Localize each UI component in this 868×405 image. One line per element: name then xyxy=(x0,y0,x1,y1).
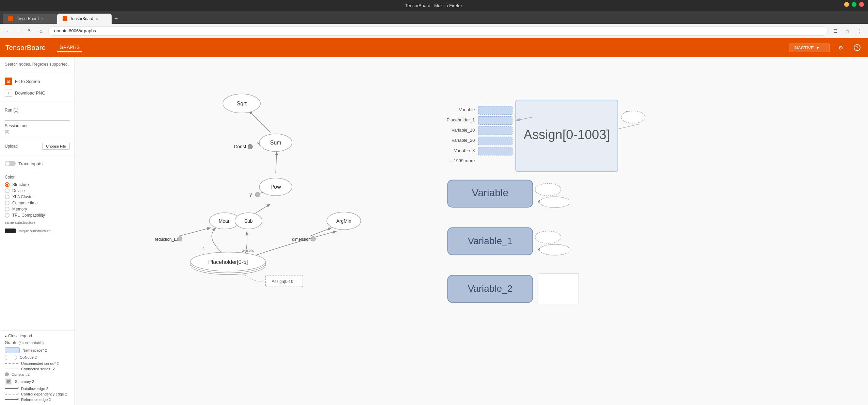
legend-connected-label: Connected series* 2 xyxy=(21,367,55,371)
edge-placeholder-mean xyxy=(212,227,225,255)
tab-1[interactable]: TensorBoard × xyxy=(3,14,57,24)
legend-unconnected: Unconnected series* 2 xyxy=(5,361,70,366)
radio-memory xyxy=(5,207,10,212)
node-mean-label: Mean xyxy=(219,218,231,224)
rn-variable-rect xyxy=(478,106,512,114)
legend-reference-shape xyxy=(5,399,18,400)
color-xla[interactable]: XLA Cluster xyxy=(5,194,70,200)
menu-btn[interactable]: ⋮ xyxy=(855,26,865,36)
node-y-dot[interactable] xyxy=(255,192,260,197)
rn-more-label: ....1999 more xyxy=(449,158,475,163)
settings-icon: ⚙ xyxy=(838,45,843,51)
node-placeholder-label: Placeholder[0-5] xyxy=(208,259,248,265)
run-dropdown[interactable] xyxy=(5,114,70,121)
unique-colors-row: unique substructure xyxy=(5,226,70,235)
forward-btn[interactable]: → xyxy=(14,26,24,36)
close-btn[interactable] xyxy=(859,2,864,7)
settings-btn[interactable]: ⚙ xyxy=(835,42,846,53)
edge-reduction-mean xyxy=(179,227,211,236)
help-btn[interactable]: ? xyxy=(852,42,863,53)
back-btn[interactable]: ← xyxy=(3,26,13,36)
legend-namespace-shape xyxy=(5,347,20,353)
session-runs-label: Session runs xyxy=(5,123,70,128)
chevron-down-icon: ▾ xyxy=(817,45,819,50)
legend-namespace: Namespace* 2 xyxy=(5,347,70,354)
same-substructure-label: same substructure xyxy=(5,220,35,224)
address-text: ubuntu:6006/#graphs xyxy=(54,28,96,33)
star-btn[interactable]: ☆ xyxy=(843,26,852,36)
close-legend-btn[interactable]: ▸ Close legend. xyxy=(5,334,70,338)
rn-variable10-label: Variable_10 xyxy=(452,128,475,133)
radio-compute-label: Compute time xyxy=(12,201,38,205)
node-const-dot[interactable] xyxy=(248,144,252,149)
rn-assign-cluster-label: Assign[0-1003] xyxy=(524,128,610,142)
browser-tabs: TensorBoard × TensorBoard × + xyxy=(0,11,868,24)
legend-dataflow: Dataflow edge 2 xyxy=(5,386,70,391)
download-icon-box: ↓ xyxy=(5,89,12,97)
color-device[interactable]: Device xyxy=(5,188,70,194)
new-tab-button[interactable]: + xyxy=(112,14,121,24)
tab-1-favicon xyxy=(8,16,13,21)
legend-reference-label: Reference edge 2 xyxy=(21,398,51,402)
radio-xla xyxy=(5,195,10,199)
tab-2[interactable]: TensorBoard × xyxy=(57,14,112,24)
close-legend-label: Close legend. xyxy=(8,334,33,338)
home-btn[interactable]: ⌂ xyxy=(36,26,46,36)
unique-color-chip xyxy=(5,229,16,233)
rn-variable20-rect xyxy=(478,137,512,145)
node-argmin-label: ArgMin xyxy=(336,218,351,224)
tab-2-close[interactable]: × xyxy=(96,17,98,21)
edge-placeholder-argmin xyxy=(252,231,337,257)
trace-inputs-toggle[interactable] xyxy=(5,161,16,166)
legend-opnode-label: OpNode 2 xyxy=(20,355,37,359)
inactive-dropdown[interactable]: INACTIVE ▾ xyxy=(789,44,830,52)
rn-variable2-box-label: Variable_2 xyxy=(468,283,513,294)
legend-dataflow-label: Dataflow edge 2 xyxy=(21,387,48,391)
legend-section: ▸ Close legend. Graph (* = expandable) N… xyxy=(0,331,75,405)
main-layout: ⊡ Fit to Screen ↓ Download PNG Run (1) S… xyxy=(0,57,868,405)
legend-namespace-label: Namespace* 2 xyxy=(22,348,47,352)
color-memory[interactable]: Memory xyxy=(5,206,70,212)
help-icon: ? xyxy=(854,44,861,51)
graph-canvas[interactable]: 2 2 2 tensors 4 please Sqrt Sum xyxy=(75,57,868,405)
tab-1-close[interactable]: × xyxy=(42,17,44,21)
fit-to-screen-btn[interactable]: ⊡ Fit to Screen xyxy=(5,75,70,87)
upload-section: Upload Choose File xyxy=(0,137,75,155)
trace-section: Trace inputs xyxy=(0,155,75,172)
reload-btn[interactable]: ↻ xyxy=(25,26,35,36)
search-input[interactable] xyxy=(5,61,70,68)
search-section xyxy=(0,57,75,72)
run-label: Run (1) xyxy=(5,108,70,113)
rn-init-ellipse3 xyxy=(535,231,561,243)
nav-graphs[interactable]: GRAPHS xyxy=(57,43,82,52)
trace-inputs-label: Trace inputs xyxy=(18,161,43,166)
rn-variable2-right-panel xyxy=(538,274,579,304)
maximize-btn[interactable] xyxy=(852,2,856,7)
address-input[interactable]: ubuntu:6006/#graphs xyxy=(48,26,828,36)
fit-section: ⊡ Fit to Screen ↓ Download PNG xyxy=(0,72,75,102)
rn-variable20-label: Variable_20 xyxy=(452,138,475,143)
rn-init-ellipse2 xyxy=(535,183,561,196)
triangle-right-icon: ▸ xyxy=(5,334,7,338)
tab-2-label: TensorBoard xyxy=(70,16,93,21)
color-tpu[interactable]: TPU Compatibility xyxy=(5,212,70,218)
color-structure[interactable]: Structure xyxy=(5,182,70,188)
node-dimension-dot[interactable] xyxy=(311,237,315,241)
rn-variable3-label: Variable_3 xyxy=(454,148,475,153)
legend-summary: Summary 2 xyxy=(5,377,70,386)
legend-control-label: Control dependency edge 2 xyxy=(21,392,67,396)
color-label: Color xyxy=(5,175,70,180)
minimize-btn[interactable] xyxy=(844,2,849,7)
download-icon: ↓ xyxy=(7,90,10,95)
legend-control: Control dependency edge 2 xyxy=(5,391,70,397)
choose-file-btn[interactable]: Choose File xyxy=(42,143,70,150)
bookmarks-btn[interactable]: ☰ xyxy=(831,26,840,36)
download-png-btn[interactable]: ↓ Download PNG xyxy=(5,87,70,99)
rn-variable1-box-label: Variable_1 xyxy=(468,236,513,246)
app-logo: TensorBoard xyxy=(5,44,46,52)
color-compute[interactable]: Compute time xyxy=(5,200,70,206)
radio-xla-label: XLA Cluster xyxy=(12,195,34,199)
rn-variable-label: Variable xyxy=(459,107,475,112)
legend-control-shape xyxy=(5,394,18,394)
node-sum-label: Sum xyxy=(270,140,281,146)
